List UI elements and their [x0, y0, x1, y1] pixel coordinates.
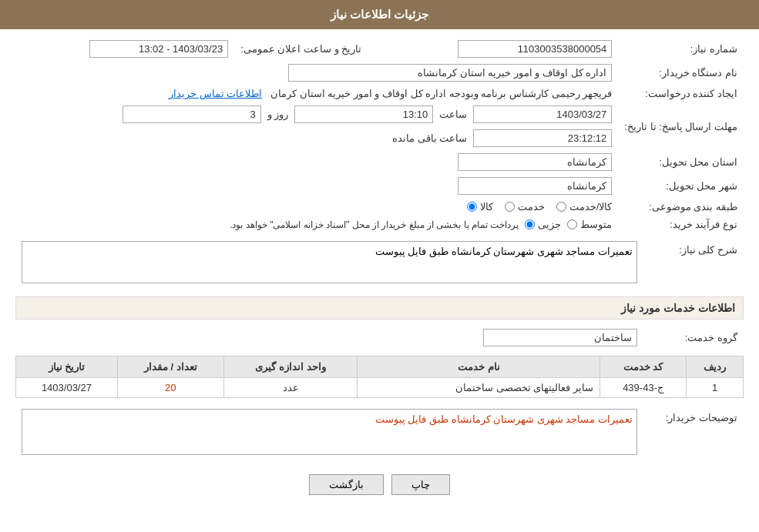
- radio-jazii[interactable]: جزیی: [525, 219, 561, 230]
- col-name: نام خدمت: [358, 356, 599, 378]
- info-section: شماره نیاز: 1103003538000054 تاریخ و ساع…: [15, 37, 744, 233]
- col-date: تاریخ نیاز: [16, 356, 118, 378]
- quantity-cell: 20: [117, 378, 223, 398]
- col-unit: واحد اندازه گیری: [223, 356, 358, 378]
- kala-label: کالا: [480, 201, 493, 212]
- radio-kala-input[interactable]: [467, 202, 477, 212]
- radio-kala-khadamat[interactable]: کالا/خدمت: [556, 201, 613, 212]
- table-cell: عدد: [223, 378, 358, 398]
- category-row: کالا/خدمت خدمت کالا: [15, 198, 618, 216]
- radio-moutasat[interactable]: متوسط: [567, 219, 612, 230]
- col-code: کد خدمت: [599, 356, 686, 378]
- page-wrapper: جزئیات اطلاعات نیاز شماره نیاز: 11030035…: [0, 0, 759, 532]
- need-desc-section: شرح کلی نیاز:: [15, 238, 744, 289]
- radio-jazii-input[interactable]: [525, 219, 535, 229]
- deadline-time-label: ساعت: [439, 109, 467, 120]
- col-quantity: تعداد / مقدار: [117, 356, 223, 378]
- khadamat-label: خدمت: [518, 201, 545, 212]
- radio-khadamat[interactable]: خدمت: [505, 201, 545, 212]
- radio-kala-khadamat-input[interactable]: [556, 202, 566, 212]
- city-box: کرمانشاه: [458, 177, 612, 195]
- buyer-org-label: نام دستگاه خریدار:: [618, 61, 744, 85]
- deadline-days-box: 3: [123, 105, 261, 123]
- table-row: 1ج-43-439سایر فعالیتهای تخصصی ساختمانعدد…: [16, 378, 744, 398]
- service-group-box: ساختمان: [483, 329, 637, 346]
- purchase-type-label: نوع فرآیند خرید:: [618, 216, 744, 233]
- table-cell: ج-43-439: [599, 378, 686, 398]
- city-label: شهر محل تحویل:: [618, 174, 744, 198]
- main-content: شماره نیاز: 1103003538000054 تاریخ و ساع…: [0, 29, 759, 514]
- moutasat-label: متوسط: [580, 219, 612, 230]
- buyer-org-value: اداره کل اوقاف و امور خیریه استان کرمانش…: [15, 61, 618, 85]
- page-header: جزئیات اطلاعات نیاز: [0, 0, 759, 29]
- province-label: استان محل تحویل:: [618, 150, 744, 174]
- creator-link[interactable]: اطلاعات تماس خریدار: [169, 88, 262, 99]
- deadline-label: مهلت ارسال پاسخ: تا تاریخ:: [618, 102, 744, 150]
- buyer-desc-section: توضیحات خریدار: تعمیرات مساجد شهری شهرست…: [15, 406, 744, 458]
- deadline-remaining-label: ساعت باقی مانده: [392, 132, 467, 144]
- deadline-row: 1403/03/27 ساعت 13:10 روز و 3 23:12:12 س…: [15, 102, 618, 150]
- need-desc-value: [15, 238, 643, 289]
- table-cell: 1: [687, 378, 744, 398]
- service-group-label: گروه خدمت:: [643, 326, 744, 350]
- service-group-value: ساختمان: [15, 326, 643, 350]
- deadline-date-box: 1403/03/27: [473, 105, 612, 123]
- purchase-type-row: متوسط جزیی پرداخت تمام یا بخشی از مبلغ خ…: [15, 216, 618, 233]
- need-number-label: شماره نیاز:: [618, 37, 744, 61]
- col-row: ردیف: [687, 356, 744, 378]
- radio-khadamat-input[interactable]: [505, 202, 515, 212]
- table-cell: 1403/03/27: [16, 378, 118, 398]
- category-label: طبقه بندی موضوعی:: [618, 198, 744, 216]
- announce-date-label: تاریخ و ساعت اعلان عمومی:: [234, 37, 377, 61]
- purchase-note: پرداخت تمام یا بخشی از مبلغ خریدار از مح…: [230, 219, 519, 230]
- deadline-remaining-box: 23:12:12: [473, 129, 612, 147]
- deadline-days-label: روز و: [267, 109, 289, 120]
- services-section-title: اطلاعات خدمات مورد نیاز: [15, 296, 744, 320]
- creator-value: فریجهر رحیمی کارشناس برنامه وبودجه اداره…: [15, 85, 618, 102]
- need-desc-label: شرح کلی نیاز:: [643, 238, 744, 289]
- province-value: کرمانشاه: [15, 150, 618, 174]
- creator-text: فریجهر رحیمی کارشناس برنامه وبودجه اداره…: [270, 88, 612, 99]
- city-value: کرمانشاه: [15, 174, 618, 198]
- service-name-cell: سایر فعالیتهای تخصصی ساختمان: [358, 378, 599, 398]
- back-button[interactable]: بازگشت: [309, 474, 384, 495]
- deadline-time-box: 13:10: [294, 105, 433, 123]
- province-box: کرمانشاه: [458, 153, 612, 171]
- need-desc-textarea[interactable]: [22, 241, 637, 283]
- buyer-org-box: اداره کل اوقاف و امور خیریه استان کرمانش…: [288, 64, 612, 82]
- buyer-desc-label: توضیحات خریدار:: [643, 406, 744, 458]
- buyer-desc-box: تعمیرات مساجد شهری شهرستان کرمانشاه طبق …: [22, 409, 637, 455]
- service-group-section: گروه خدمت: ساختمان: [15, 326, 744, 350]
- announce-date-box: 1403/03/23 - 13:02: [89, 40, 228, 58]
- announce-date-value: 1403/03/23 - 13:02: [15, 37, 234, 61]
- need-number-box: 1103003538000054: [458, 40, 612, 58]
- button-bar: چاپ بازگشت: [15, 463, 744, 507]
- buyer-desc-value: تعمیرات مساجد شهری شهرستان کرمانشاه طبق …: [15, 406, 643, 458]
- services-table: ردیف کد خدمت نام خدمت واحد اندازه گیری ت…: [15, 356, 744, 398]
- need-number-value: 1103003538000054: [377, 37, 618, 61]
- need-desc-wrapper: [22, 241, 637, 286]
- radio-kala[interactable]: کالا: [467, 201, 493, 212]
- creator-label: ایجاد کننده درخواست:: [618, 85, 744, 102]
- kala-khadamat-label: کالا/خدمت: [569, 201, 613, 212]
- page-title: جزئیات اطلاعات نیاز: [331, 8, 428, 21]
- print-button[interactable]: چاپ: [391, 474, 450, 495]
- radio-moutasat-input[interactable]: [567, 219, 577, 229]
- jazii-label: جزیی: [538, 219, 561, 230]
